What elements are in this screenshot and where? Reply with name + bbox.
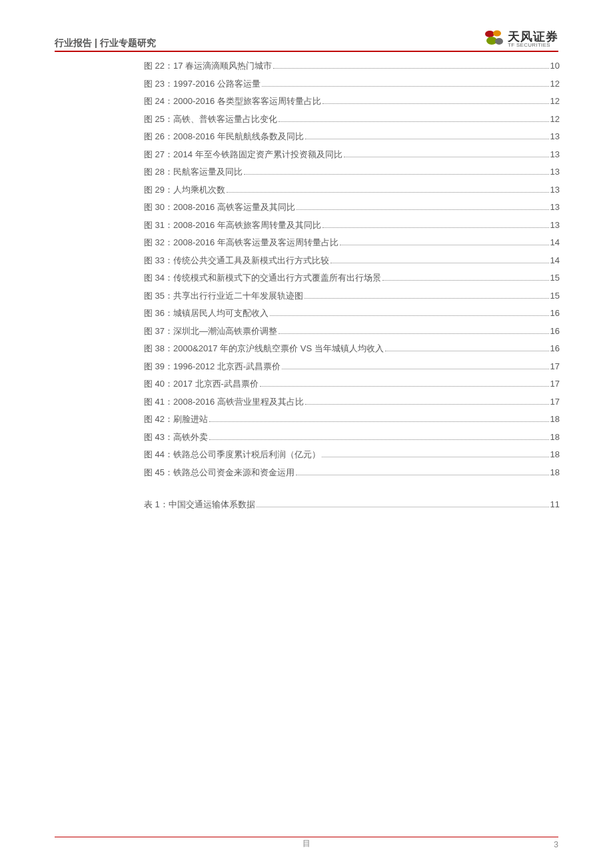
toc-label: 图 32：2008-2016 年高铁客运量及客运周转量占比 xyxy=(144,237,338,249)
toc-page-number: 13 xyxy=(550,220,560,230)
footer-rule xyxy=(55,837,558,837)
toc-page-number: 14 xyxy=(550,237,560,247)
toc-leader-dots xyxy=(279,333,548,334)
toc-row-figure: 图 33：传统公共交通工具及新模式出行方式比较14 xyxy=(144,255,560,267)
toc-row-figure: 图 42：刷脸进站18 xyxy=(144,413,560,425)
toc-page-number: 15 xyxy=(550,273,560,283)
toc-row-figure: 图 25：高铁、普铁客运量占比变化12 xyxy=(144,113,560,125)
brand-cn: 天风证券 xyxy=(508,31,558,43)
toc-label: 表 1：中国交通运输体系数据 xyxy=(144,499,255,511)
brand-text: 天风证券 TF SECURITIES xyxy=(508,31,558,48)
toc-page-number: 13 xyxy=(550,167,560,177)
toc-label: 图 29：人均乘机次数 xyxy=(144,184,225,196)
toc-leader-dots xyxy=(279,121,548,122)
toc-page-number: 17 xyxy=(550,361,560,371)
svg-point-3 xyxy=(495,38,503,45)
toc-page-number: 13 xyxy=(550,149,560,159)
toc-row-figure: 图 35：共享出行行业近二十年发展轨迹图15 xyxy=(144,290,560,302)
toc-label: 图 22：17 春运滴滴顺风热门城市 xyxy=(144,60,272,72)
toc-row-figure: 图 26：2008-2016 年民航航线条数及同比13 xyxy=(144,131,560,143)
toc-leader-dots xyxy=(385,351,549,351)
toc-page-number: 13 xyxy=(550,202,560,212)
toc-label: 图 35：共享出行行业近二十年发展轨迹图 xyxy=(144,290,303,302)
toc-label: 图 43：高铁外卖 xyxy=(144,431,208,443)
toc-label: 图 25：高铁、普铁客运量占比变化 xyxy=(144,113,277,125)
toc-row-figure: 图 29：人均乘机次数13 xyxy=(144,184,560,196)
toc-row-figure: 图 40：2017 北京西-武昌票价17 xyxy=(144,378,560,390)
toc-leader-dots xyxy=(305,139,549,139)
toc-row-figure: 图 31：2008-2016 年高铁旅客周转量及其同比13 xyxy=(144,219,560,231)
toc-row-figure: 图 22：17 春运滴滴顺风热门城市10 xyxy=(144,60,560,72)
toc-leader-dots xyxy=(305,404,549,405)
toc-label: 图 30：2008-2016 高铁客运量及其同比 xyxy=(144,201,295,213)
toc-label: 图 24：2000-2016 各类型旅客客运周转量占比 xyxy=(144,95,321,107)
toc-row-figure: 图 38：2000&2017 年的京沪线航空票价 VS 当年城镇人均收入16 xyxy=(144,343,560,355)
toc-page-number: 17 xyxy=(550,397,560,407)
toc-label: 图 33：传统公共交通工具及新模式出行方式比较 xyxy=(144,255,329,267)
toc-page-number: 16 xyxy=(550,308,560,318)
page: 行业报告 | 行业专题研究 天风证券 TF SECURITIES 图 22：17… xyxy=(0,0,613,868)
toc-label: 图 23：1997-2016 公路客运量 xyxy=(144,78,261,90)
toc-page-number: 13 xyxy=(550,131,560,141)
toc-row-figure: 图 27：2014 年至今铁路固定资产累计投资额及同比13 xyxy=(144,149,560,161)
toc-leader-dots xyxy=(260,386,549,387)
toc-row-figure: 图 23：1997-2016 公路客运量12 xyxy=(144,78,560,90)
toc-page-number: 13 xyxy=(550,185,560,195)
toc-leader-dots xyxy=(344,157,549,157)
toc-row-figure: 图 36：城镇居民人均可支配收入16 xyxy=(144,307,560,319)
toc-page-number: 12 xyxy=(550,96,560,106)
toc-row-figure: 图 30：2008-2016 高铁客运量及其同比13 xyxy=(144,201,560,213)
toc-page-number: 12 xyxy=(550,114,560,124)
svg-point-0 xyxy=(485,31,494,37)
table-of-contents: 图 22：17 春运滴滴顺风热门城市10图 23：1997-2016 公路客运量… xyxy=(144,60,560,517)
toc-label: 图 42：刷脸进站 xyxy=(144,413,208,425)
toc-page-number: 18 xyxy=(550,467,560,477)
toc-label: 图 44：铁路总公司季度累计税后利润（亿元） xyxy=(144,449,320,461)
brand-block: 天风证券 TF SECURITIES xyxy=(484,29,558,49)
toc-page-number: 15 xyxy=(550,291,560,301)
toc-page-number: 14 xyxy=(550,255,560,265)
toc-page-number: 16 xyxy=(550,343,560,353)
toc-row-figure: 图 34：传统模式和新模式下的交通出行方式覆盖所有出行场景15 xyxy=(144,272,560,284)
tf-logo-icon xyxy=(484,29,504,49)
toc-row-figure: 图 24：2000-2016 各类型旅客客运周转量占比12 xyxy=(144,95,560,107)
toc-leader-dots xyxy=(262,86,549,87)
toc-page-number: 16 xyxy=(550,326,560,336)
toc-row-figure: 图 39：1996-2012 北京西-武昌票价17 xyxy=(144,361,560,373)
toc-row-table: 表 1：中国交通运输体系数据11 xyxy=(144,499,560,511)
toc-page-number: 18 xyxy=(550,449,560,459)
toc-leader-dots xyxy=(227,192,548,193)
toc-row-figure: 图 37：深圳北—潮汕高铁票价调整16 xyxy=(144,325,560,337)
toc-leader-dots xyxy=(322,457,548,457)
toc-label: 图 40：2017 北京西-武昌票价 xyxy=(144,378,259,390)
toc-leader-dots xyxy=(330,263,548,263)
svg-point-1 xyxy=(493,31,501,37)
toc-page-number: 12 xyxy=(550,79,560,89)
toc-row-figure: 图 44：铁路总公司季度累计税后利润（亿元）18 xyxy=(144,449,560,461)
toc-label: 图 27：2014 年至今铁路固定资产累计投资额及同比 xyxy=(144,149,342,161)
toc-page-number: 18 xyxy=(550,432,560,442)
toc-label: 图 36：城镇居民人均可支配收入 xyxy=(144,307,269,319)
toc-row-figure: 图 32：2008-2016 年高铁客运量及客运周转量占比14 xyxy=(144,237,560,249)
toc-leader-dots xyxy=(382,280,548,281)
footer-center-text: 目 xyxy=(0,838,613,849)
page-number: 3 xyxy=(554,840,558,849)
toc-leader-dots xyxy=(270,315,548,316)
toc-leader-dots xyxy=(282,369,548,369)
toc-label: 图 26：2008-2016 年民航航线条数及同比 xyxy=(144,131,304,143)
toc-row-figure: 图 43：高铁外卖18 xyxy=(144,431,560,443)
toc-leader-dots xyxy=(244,174,548,175)
toc-page-number: 11 xyxy=(550,499,560,509)
toc-page-number: 17 xyxy=(550,379,560,389)
toc-leader-dots xyxy=(322,103,549,104)
toc-leader-dots xyxy=(209,421,548,422)
toc-section-gap xyxy=(144,484,560,499)
toc-label: 图 39：1996-2012 北京西-武昌票价 xyxy=(144,361,281,373)
toc-row-figure: 图 28：民航客运量及同比13 xyxy=(144,166,560,178)
toc-row-figure: 图 45：铁路总公司资金来源和资金运用18 xyxy=(144,467,560,479)
toc-row-figure: 图 41：2008-2016 高铁营业里程及其占比17 xyxy=(144,396,560,408)
toc-label: 图 45：铁路总公司资金来源和资金运用 xyxy=(144,467,295,479)
toc-label: 图 37：深圳北—潮汕高铁票价调整 xyxy=(144,325,277,337)
toc-leader-dots xyxy=(305,298,548,299)
toc-leader-dots xyxy=(257,507,549,507)
